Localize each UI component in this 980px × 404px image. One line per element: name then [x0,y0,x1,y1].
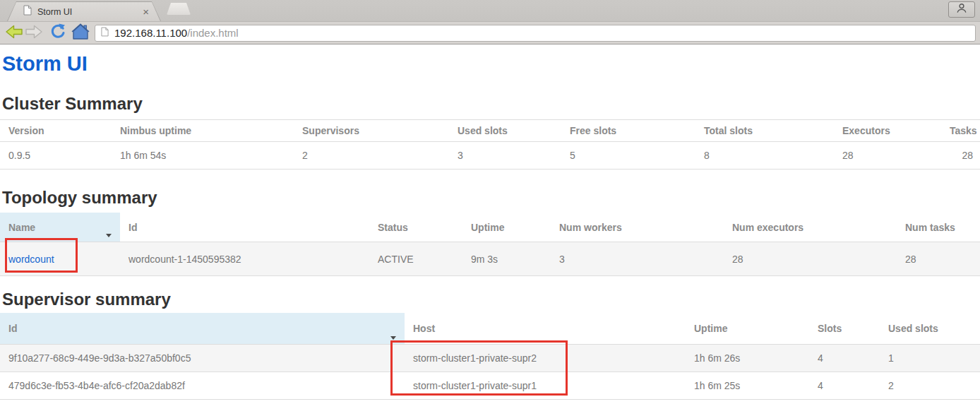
browser-tab-inner[interactable]: Storm UI × [8,2,160,21]
col-header-num-executors[interactable]: Num executors [724,213,897,242]
col-header-uptime[interactable]: Uptime [686,313,809,345]
col-header-num-tasks[interactable]: Num tasks [897,213,980,242]
topology-uptime: 9m 3s [462,242,551,276]
topology-num-executors: 28 [724,242,897,276]
url-host: 192.168.11.100 [114,27,187,39]
new-tab-button[interactable] [167,3,191,15]
cluster-summary-table: Version Nimbus uptime Supervisors Used s… [0,119,980,170]
supervisor-uptime: 1h 6m 25s [686,372,809,400]
page-content: Storm UI Cluster Summary Version Nimbus … [0,44,980,400]
supervisor-id: 9f10a277-68c9-449e-9d3a-b327a50bf0c5 [0,345,405,372]
forward-arrow-icon [25,24,43,42]
sort-desc-icon [106,234,112,237]
reload-button[interactable] [48,24,68,42]
topology-header-row: Name Id Status Uptime Num workers Num ex… [0,213,980,242]
topology-name-link[interactable]: wordcount [8,254,54,265]
supervisor-id: 479d6c3e-fb53-4b4e-afc6-cf20a2dab82f [0,372,405,400]
tab-strip: Storm UI × [0,0,980,21]
cluster-free-slots: 5 [561,142,695,170]
tab-close-icon[interactable]: × [143,6,149,17]
col-header-nimbus-uptime: Nimbus uptime [112,120,294,142]
topology-status: ACTIVE [369,242,462,276]
col-header-tasks: Tasks [941,120,980,142]
topology-num-workers: 3 [551,242,724,276]
col-header-supervisors: Supervisors [294,120,449,142]
col-header-uptime[interactable]: Uptime [462,213,551,242]
col-header-used-slots[interactable]: Used slots [880,313,980,345]
cluster-used-slots: 3 [449,142,561,170]
supervisor-row: 9f10a277-68c9-449e-9d3a-b327a50bf0c5 sto… [0,345,980,372]
cluster-supervisors: 2 [294,142,449,170]
supervisor-host: storm-cluster1-private-supr1 [405,372,686,400]
profile-icon [956,3,967,16]
topology-summary-table: Name Id Status Uptime Num workers Num ex… [0,213,980,276]
col-header-id-label: Id [8,323,17,334]
address-bar[interactable]: 192.168.11.100 /index.html [95,25,976,42]
profile-button[interactable] [948,1,975,18]
col-header-total-slots: Total slots [695,120,834,142]
reload-icon [49,23,66,43]
topology-summary-heading: Topology summary [2,188,980,208]
col-header-id-sorted[interactable]: Id [0,313,405,345]
col-header-host[interactable]: Host [405,313,686,345]
supervisor-host: storm-cluster1-private-supr2 [405,345,686,372]
col-header-version: Version [0,120,112,142]
back-arrow-icon [5,24,23,42]
topology-name-cell: wordcount [0,242,120,276]
cluster-total-slots: 8 [695,142,834,170]
url-path: /index.html [187,27,239,39]
home-icon [71,23,90,43]
col-header-num-workers[interactable]: Num workers [551,213,724,242]
back-button[interactable] [4,24,24,42]
forward-button[interactable] [24,24,44,42]
supervisor-slots: 4 [809,372,880,400]
page-icon [23,5,32,18]
page-title: Storm UI [2,52,980,76]
browser-window: Storm UI × [0,0,980,404]
topology-id: wordcount-1-1450595382 [120,242,369,276]
topology-num-tasks: 28 [897,242,980,276]
supervisor-header-row: Id Host Uptime Slots Used slots [0,313,980,345]
cluster-executors: 28 [834,142,941,170]
cluster-data-row: 0.9.5 1h 6m 54s 2 3 5 8 28 28 [0,142,980,170]
page-icon [101,27,109,40]
col-header-executors: Executors [834,120,941,142]
tab-title: Storm UI [37,7,72,17]
col-header-status[interactable]: Status [369,213,462,242]
home-button[interactable] [71,24,90,42]
browser-toolbar: 192.168.11.100 /index.html [0,21,980,44]
col-header-id[interactable]: Id [120,213,369,242]
supervisor-uptime: 1h 6m 26s [686,345,809,372]
supervisor-slots: 4 [809,345,880,372]
topology-data-row: wordcount wordcount-1-1450595382 ACTIVE … [0,242,980,276]
col-header-name-sorted[interactable]: Name [0,213,120,242]
col-header-used-slots: Used slots [449,120,561,142]
supervisor-used-slots: 1 [880,345,980,372]
col-header-free-slots: Free slots [561,120,695,142]
cluster-nimbus-uptime: 1h 6m 54s [112,142,294,170]
cluster-header-row: Version Nimbus uptime Supervisors Used s… [0,120,980,142]
cluster-summary-heading: Cluster Summary [2,94,980,114]
supervisor-summary-heading: Supervisor summary [2,290,980,309]
supervisor-used-slots: 2 [880,372,980,400]
col-header-name-label: Name [8,222,35,233]
supervisor-summary-table: Id Host Uptime Slots Used slots 9f10a277… [0,313,980,400]
browser-tab[interactable]: Storm UI × [7,1,161,21]
col-header-slots[interactable]: Slots [809,313,880,345]
sort-desc-icon [390,336,396,340]
cluster-tasks: 28 [941,142,980,170]
cluster-version: 0.9.5 [0,142,112,170]
supervisor-row: 479d6c3e-fb53-4b4e-afc6-cf20a2dab82f sto… [0,372,980,400]
